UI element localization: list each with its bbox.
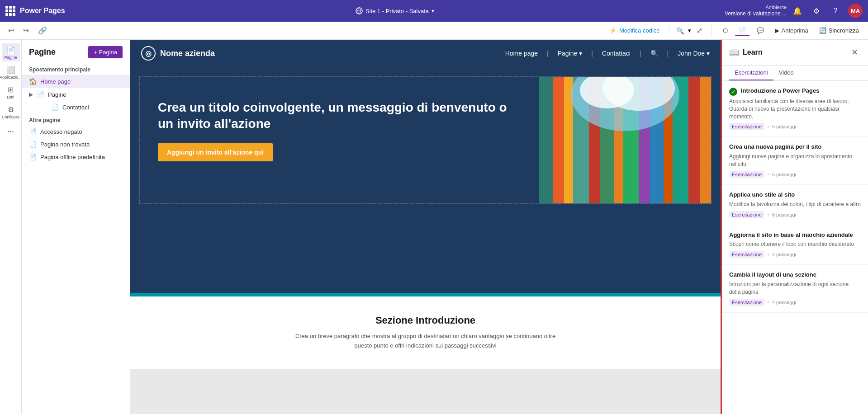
page-icon: 📄 (37, 91, 44, 98)
site-logo: ◎ Nome azienda (141, 46, 215, 61)
pages-icon: 📄 (739, 27, 746, 33)
tab-exercises[interactable]: Esercitazioni (729, 66, 773, 80)
learn-item-3-header: Applica uno stile al sito (729, 191, 861, 199)
nav-applications[interactable]: ⬜ Applicazio... (2, 63, 20, 81)
contact-page-icon: 📄 (51, 104, 59, 111)
site-name-label[interactable]: Site 1 - Privato - Salvata (365, 8, 429, 14)
learn-item-1-desc: Acquisisci familiarità con le diverse ar… (729, 98, 861, 120)
learn-item-4-header: Aggiorna il sito in base al marchio azie… (729, 231, 861, 239)
settings-icon[interactable]: ⚙ (810, 5, 823, 17)
book-icon: 📖 (729, 47, 739, 57)
link-button[interactable]: 🔗 (35, 24, 50, 37)
hero-cta-button[interactable]: Aggiungi un invito all'azione qui (158, 143, 273, 161)
learn-item-1-header: ✓ Introduzione a Power Pages (729, 87, 861, 96)
nav-more[interactable]: ··· (7, 127, 14, 136)
avatar[interactable]: MA (848, 4, 863, 18)
learn-item-5[interactable]: Cambia il layout di una sezione Istruzio… (722, 265, 868, 312)
completion-check-1: ✓ (729, 88, 737, 96)
learn-item-1-meta: Esercitazione ● 5 passaggi (729, 123, 861, 130)
site-info: Site 1 - Privato - Salvata ▾ (356, 7, 434, 14)
edit-code-button[interactable]: ⚡ Modifica codice (606, 25, 664, 36)
share-button[interactable]: ⬡ (719, 25, 731, 36)
learn-item-5-steps: 4 passaggi (772, 300, 796, 305)
main-layout: 📄 Pagine ⬜ Applicazio... ⊞ Dati ⚙ Config… (0, 40, 868, 414)
learn-item-5-meta: Esercitazione ● 4 passaggi (729, 299, 861, 306)
learn-item-2[interactable]: Crea una nuova pagina per il sito Aggiun… (722, 137, 868, 184)
learn-panel-close-button[interactable]: ✕ (848, 46, 861, 59)
right-actions: ⬡ 📄 💬 ▶ Anteprima 🔄 Sincronizza (719, 25, 863, 36)
configure-nav-icon: ⚙ (8, 105, 14, 114)
learn-tabs: Esercitazioni Video (722, 66, 868, 81)
learn-panel-header: 📖 Learn ✕ (722, 40, 868, 66)
site-logo-text: Nome azienda (160, 49, 215, 58)
nav-configure[interactable]: ⚙ Configura (2, 103, 20, 121)
sidebar-item-pagina-non-trovata[interactable]: 📄 Pagina non trovata (22, 138, 130, 151)
zoom-button[interactable]: 🔍 (674, 26, 686, 35)
preview-icon: ▶ (775, 27, 779, 34)
site-nav-homepage[interactable]: Home page (505, 50, 538, 57)
main-nav-label: Spostamento principale (22, 63, 130, 75)
top-navigation: Power Pages Site 1 - Privato - Salvata ▾… (0, 0, 868, 22)
site-topbar: ◎ Nome azienda Home page | Pagine ▾ | Co… (130, 40, 721, 67)
other-pages-label: Altre pagine (22, 113, 130, 125)
app-grid-icon[interactable] (5, 6, 15, 16)
sidebar-title: Pagine (29, 47, 56, 57)
website-preview: ◎ Nome azienda Home page | Pagine ▾ | Co… (130, 40, 721, 293)
learn-item-1-badge: Esercitazione (729, 123, 764, 130)
learn-item-2-meta: Esercitazione ● 5 passaggi (729, 171, 861, 178)
undo-button[interactable]: ↩ (5, 24, 17, 37)
expand-arrow[interactable]: ▶ (29, 91, 33, 98)
svg-rect-15 (688, 77, 700, 203)
pages-sidebar: Pagine + Pagina Spostamento principale 🏠… (22, 40, 130, 414)
zoom-arrow[interactable]: ▾ (688, 27, 691, 34)
learn-item-4-desc: Scopri come ottenere il look con marchio… (729, 240, 861, 248)
intro-title: Sezione Introduzione (141, 315, 710, 326)
learn-item-4-steps: 4 passaggi (772, 252, 796, 257)
svg-rect-16 (700, 77, 711, 203)
sync-button[interactable]: 🔄 Sincronizza (816, 25, 863, 36)
sidebar-item-accesso-negato[interactable]: 📄 Accesso negato (22, 125, 130, 138)
sidebar-item-pagine[interactable]: ▶ 📄 Pagine (22, 88, 130, 101)
learn-panel: 📖 Learn ✕ Esercitazioni Video ✓ Introduz… (721, 40, 868, 414)
svg-rect-4 (553, 77, 564, 203)
learn-item-4-meta: Esercitazione ● 4 passaggi (729, 251, 861, 258)
help-icon[interactable]: ? (829, 5, 842, 17)
nav-pages[interactable]: 📄 Pagine (2, 43, 20, 61)
code-icon: ⚡ (609, 27, 617, 34)
top-right-icons: 🔔 ⚙ ? MA (791, 4, 863, 18)
learn-item-3-title: Applica uno stile al sito (729, 191, 795, 199)
teal-separator (130, 293, 721, 296)
dropdown-arrow[interactable]: ▾ (432, 8, 434, 14)
env-label: Ambiente (725, 4, 787, 10)
nav-data[interactable]: ⊞ Dati (2, 83, 20, 101)
expand-button[interactable]: ⤢ (695, 24, 704, 37)
notification-icon[interactable]: 🔔 (791, 5, 804, 17)
comments-button[interactable]: 💬 (753, 25, 768, 36)
hero-section: Crea un titolo coinvolgente, un messaggi… (139, 76, 711, 204)
redo-button[interactable]: ↪ (20, 24, 32, 37)
sidebar-header: Pagine + Pagina (22, 40, 130, 63)
learn-item-4-badge: Esercitazione (729, 251, 764, 258)
sidebar-item-homepage[interactable]: 🏠 Home page ··· (22, 75, 130, 88)
site-nav-search[interactable]: 🔍 (650, 50, 658, 57)
learn-item-2-badge: Esercitazione (729, 171, 764, 178)
svg-rect-3 (539, 77, 553, 203)
learn-item-3[interactable]: Applica uno stile al sito Modifica la ta… (722, 185, 868, 225)
learn-item-5-header: Cambia il layout di una sezione (729, 271, 861, 279)
tab-video[interactable]: Video (773, 66, 799, 80)
learn-item-5-badge: Esercitazione (729, 299, 764, 306)
learn-item-2-desc: Aggiungi nuove pagine e organizza lo spo… (729, 153, 861, 168)
site-nav-contattaci[interactable]: Contattaci (602, 50, 631, 57)
preview-button[interactable]: ▶ Anteprima (771, 25, 812, 36)
add-page-button[interactable]: + Pagina (88, 46, 123, 58)
comments-icon: 💬 (757, 27, 764, 34)
learn-item-2-steps: 5 passaggi (772, 172, 796, 177)
learn-item-4-title: Aggiorna il sito in base al marchio azie… (729, 231, 853, 239)
learn-item-1[interactable]: ✓ Introduzione a Power Pages Acquisisci … (722, 81, 868, 137)
site-nav-pagine[interactable]: Pagine ▾ (558, 50, 582, 57)
sidebar-item-pagina-offline[interactable]: 📄 Pagina offline predefinita (22, 151, 130, 163)
learn-item-4[interactable]: Aggiorna il sito in base al marchio azie… (722, 225, 868, 265)
pages-tab-button[interactable]: 📄 (735, 25, 749, 36)
sidebar-item-contattaci[interactable]: 📄 📄 Contattaci (22, 101, 130, 113)
site-nav-johndoe[interactable]: John Doe ▾ (678, 50, 710, 57)
